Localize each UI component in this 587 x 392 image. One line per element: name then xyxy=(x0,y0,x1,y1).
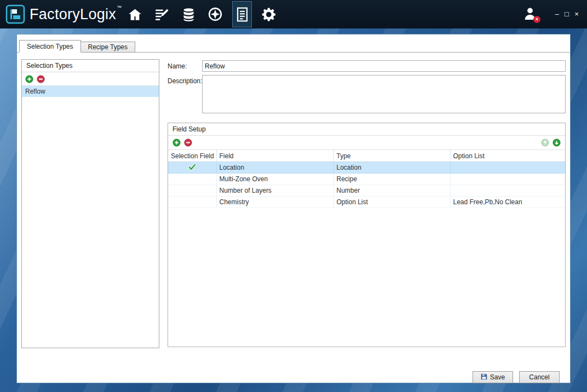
table-row[interactable]: Multi-Zone Oven Recipe xyxy=(168,174,565,185)
minimize-button[interactable]: – xyxy=(552,0,562,28)
cancel-button-label: Cancel xyxy=(529,373,549,381)
save-button-label: Save xyxy=(490,373,505,381)
edit-document-icon[interactable] xyxy=(152,2,171,27)
name-label: Name: xyxy=(168,62,187,70)
remove-icon[interactable] xyxy=(37,75,45,83)
type-cell[interactable]: Number xyxy=(333,185,450,197)
field-setup-toolbar xyxy=(168,136,565,150)
selection-field-cell[interactable] xyxy=(168,185,216,197)
field-cell[interactable]: Location xyxy=(216,162,333,174)
maximize-button[interactable]: □ xyxy=(562,0,572,28)
selection-field-cell[interactable] xyxy=(168,174,216,185)
panel-title: Selection Types xyxy=(22,60,159,72)
add-field-icon[interactable] xyxy=(172,139,181,147)
col-option-list: Option List xyxy=(450,150,565,162)
tab-strip: Selection Types Recipe Types xyxy=(19,40,135,53)
user-logout-icon[interactable]: × xyxy=(522,6,539,22)
col-selection-field: Selection Field xyxy=(168,150,216,162)
field-setup-table: Selection Field Field Type Option List xyxy=(168,150,565,208)
selection-types-panel: Selection Types Reflow xyxy=(21,59,159,348)
table-header-row: Selection Field Field Type Option List xyxy=(168,150,565,162)
green-check-icon xyxy=(188,165,196,172)
add-icon[interactable] xyxy=(25,75,33,83)
save-floppy-icon xyxy=(481,373,487,382)
save-button[interactable]: Save xyxy=(473,371,513,383)
app-logo-icon xyxy=(5,4,25,24)
selection-field-cell[interactable] xyxy=(168,197,216,208)
type-cell[interactable]: Location xyxy=(333,162,450,174)
settings-gear-icon[interactable] xyxy=(259,2,279,27)
trademark-symbol: ™ xyxy=(117,5,122,10)
tab-selection-types[interactable]: Selection Types xyxy=(19,40,81,53)
field-setup-group: Field Setup xyxy=(168,123,566,347)
application-window: FactoryLogix™ xyxy=(0,0,587,392)
table-row[interactable]: Number of Layers Number xyxy=(168,185,565,197)
home-icon[interactable] xyxy=(125,2,145,27)
panel-toolbar xyxy=(22,72,159,86)
title-bar: FactoryLogix™ xyxy=(0,0,587,28)
move-up-icon[interactable] xyxy=(541,139,549,147)
content-window: Selection Types Recipe Types Selection T… xyxy=(16,34,571,383)
field-cell[interactable]: Number of Layers xyxy=(216,185,333,197)
navigator-icon[interactable] xyxy=(205,2,225,27)
table-row[interactable]: Chemistry Option List Lead Free,Pb,No Cl… xyxy=(168,197,565,208)
option-list-cell[interactable]: Lead Free,Pb,No Clean xyxy=(450,197,565,208)
option-list-cell[interactable] xyxy=(450,162,565,174)
logout-badge-icon: × xyxy=(533,16,540,23)
remove-field-icon[interactable] xyxy=(184,139,192,147)
name-input[interactable] xyxy=(202,60,566,72)
field-setup-title: Field Setup xyxy=(168,123,565,136)
main-nav xyxy=(125,0,279,28)
table-row[interactable]: Location Location xyxy=(168,162,565,174)
tab-recipe-types[interactable]: Recipe Types xyxy=(81,42,136,53)
close-button[interactable]: × xyxy=(572,0,582,28)
window-controls: × – □ × xyxy=(522,0,582,28)
field-cell[interactable]: Multi-Zone Oven xyxy=(216,174,333,185)
reports-icon[interactable] xyxy=(232,1,252,27)
col-field: Field xyxy=(216,150,333,162)
description-label: Description: xyxy=(168,77,202,85)
option-list-cell[interactable] xyxy=(450,185,565,197)
col-type: Type xyxy=(333,150,450,162)
selection-types-page: Selection Types Reflow Name: Description… xyxy=(17,52,570,383)
cancel-button[interactable]: Cancel xyxy=(519,371,560,383)
description-input[interactable] xyxy=(202,75,566,113)
database-icon[interactable] xyxy=(179,2,198,27)
type-cell[interactable]: Recipe xyxy=(333,174,450,185)
option-list-cell[interactable] xyxy=(450,174,565,185)
app-title: FactoryLogix™ xyxy=(30,5,122,23)
move-down-icon[interactable] xyxy=(553,139,561,147)
field-cell[interactable]: Chemistry xyxy=(216,197,333,208)
selection-field-cell[interactable] xyxy=(168,162,216,174)
type-cell[interactable]: Option List xyxy=(333,197,450,208)
list-item-reflow[interactable]: Reflow xyxy=(22,86,159,97)
